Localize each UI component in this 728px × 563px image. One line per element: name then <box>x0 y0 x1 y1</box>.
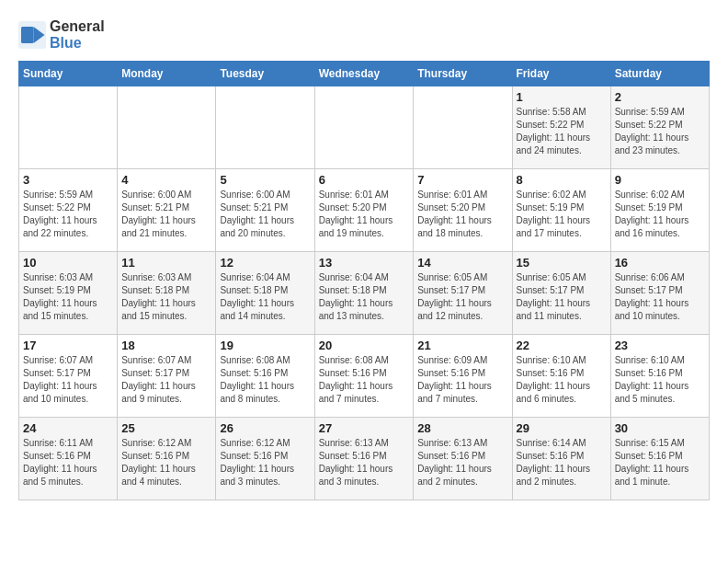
day-number: 4 <box>121 173 211 187</box>
calendar-cell: 11Sunrise: 6:03 AM Sunset: 5:18 PM Dayli… <box>118 252 216 335</box>
day-info: Sunrise: 6:01 AM Sunset: 5:20 PM Dayligh… <box>319 189 410 240</box>
day-number: 10 <box>23 256 113 270</box>
day-info: Sunrise: 6:05 AM Sunset: 5:17 PM Dayligh… <box>517 271 607 323</box>
calendar-cell: 16Sunrise: 6:06 AM Sunset: 5:17 PM Dayli… <box>610 252 709 335</box>
calendar-cell: 26Sunrise: 6:12 AM Sunset: 5:16 PM Dayli… <box>216 418 314 500</box>
day-info: Sunrise: 6:03 AM Sunset: 5:19 PM Dayligh… <box>23 271 113 323</box>
day-number: 8 <box>517 173 607 187</box>
weekday-header-saturday: Saturday <box>610 62 709 86</box>
weekday-header-friday: Friday <box>512 62 610 86</box>
page-header: General Blue <box>18 18 710 52</box>
day-info: Sunrise: 6:15 AM Sunset: 5:16 PM Dayligh… <box>615 437 705 488</box>
day-number: 28 <box>417 421 507 435</box>
day-number: 1 <box>517 90 607 104</box>
day-number: 23 <box>615 339 705 352</box>
day-number: 19 <box>220 339 310 352</box>
calendar-cell: 14Sunrise: 6:05 AM Sunset: 5:17 PM Dayli… <box>414 252 512 335</box>
day-number: 2 <box>615 90 705 104</box>
day-info: Sunrise: 6:12 AM Sunset: 5:16 PM Dayligh… <box>121 437 211 488</box>
weekday-header-sunday: Sunday <box>19 62 118 86</box>
day-number: 12 <box>220 256 310 270</box>
calendar-cell <box>314 86 414 169</box>
day-info: Sunrise: 6:07 AM Sunset: 5:17 PM Dayligh… <box>23 354 113 406</box>
calendar-cell: 5Sunrise: 6:00 AM Sunset: 5:21 PM Daylig… <box>216 169 314 252</box>
calendar-cell: 27Sunrise: 6:13 AM Sunset: 5:16 PM Dayli… <box>314 418 414 500</box>
day-info: Sunrise: 6:10 AM Sunset: 5:16 PM Dayligh… <box>517 354 607 406</box>
weekday-header-tuesday: Tuesday <box>216 62 314 86</box>
day-info: Sunrise: 6:08 AM Sunset: 5:16 PM Dayligh… <box>220 354 310 406</box>
day-info: Sunrise: 6:07 AM Sunset: 5:17 PM Dayligh… <box>121 354 211 406</box>
calendar-cell: 4Sunrise: 6:00 AM Sunset: 5:21 PM Daylig… <box>118 169 216 252</box>
calendar-cell: 8Sunrise: 6:02 AM Sunset: 5:19 PM Daylig… <box>512 169 610 252</box>
calendar-cell: 21Sunrise: 6:09 AM Sunset: 5:16 PM Dayli… <box>414 335 512 418</box>
calendar-cell: 9Sunrise: 6:02 AM Sunset: 5:19 PM Daylig… <box>610 169 709 252</box>
calendar-cell: 15Sunrise: 6:05 AM Sunset: 5:17 PM Dayli… <box>512 252 610 335</box>
week-row-3: 10Sunrise: 6:03 AM Sunset: 5:19 PM Dayli… <box>19 252 710 335</box>
day-info: Sunrise: 6:04 AM Sunset: 5:18 PM Dayligh… <box>319 271 410 323</box>
calendar-cell: 23Sunrise: 6:10 AM Sunset: 5:16 PM Dayli… <box>610 335 709 418</box>
calendar-cell: 28Sunrise: 6:13 AM Sunset: 5:16 PM Dayli… <box>414 418 512 500</box>
day-info: Sunrise: 6:11 AM Sunset: 5:16 PM Dayligh… <box>23 437 113 488</box>
day-info: Sunrise: 6:03 AM Sunset: 5:18 PM Dayligh… <box>121 271 211 323</box>
day-info: Sunrise: 6:13 AM Sunset: 5:16 PM Dayligh… <box>417 437 507 488</box>
day-number: 9 <box>615 173 705 187</box>
calendar-cell: 24Sunrise: 6:11 AM Sunset: 5:16 PM Dayli… <box>19 418 118 500</box>
calendar-cell: 30Sunrise: 6:15 AM Sunset: 5:16 PM Dayli… <box>610 418 709 500</box>
day-number: 6 <box>319 173 410 187</box>
calendar-cell: 7Sunrise: 6:01 AM Sunset: 5:20 PM Daylig… <box>414 169 512 252</box>
weekday-header-row: SundayMondayTuesdayWednesdayThursdayFrid… <box>19 62 710 86</box>
calendar-table: SundayMondayTuesdayWednesdayThursdayFrid… <box>18 61 710 500</box>
day-info: Sunrise: 6:02 AM Sunset: 5:19 PM Dayligh… <box>615 189 705 240</box>
logo: General Blue <box>18 18 105 52</box>
day-number: 29 <box>517 421 607 435</box>
calendar-cell: 22Sunrise: 6:10 AM Sunset: 5:16 PM Dayli… <box>512 335 610 418</box>
day-info: Sunrise: 6:04 AM Sunset: 5:18 PM Dayligh… <box>220 271 310 323</box>
day-number: 16 <box>615 256 705 270</box>
day-info: Sunrise: 6:12 AM Sunset: 5:16 PM Dayligh… <box>220 437 310 488</box>
day-info: Sunrise: 6:10 AM Sunset: 5:16 PM Dayligh… <box>615 354 705 406</box>
week-row-2: 3Sunrise: 5:59 AM Sunset: 5:22 PM Daylig… <box>19 169 710 252</box>
day-info: Sunrise: 5:59 AM Sunset: 5:22 PM Dayligh… <box>615 106 705 157</box>
day-number: 20 <box>319 339 410 352</box>
day-number: 7 <box>417 173 507 187</box>
day-number: 30 <box>615 421 705 435</box>
day-number: 3 <box>23 173 113 187</box>
calendar-cell: 19Sunrise: 6:08 AM Sunset: 5:16 PM Dayli… <box>216 335 314 418</box>
day-info: Sunrise: 5:58 AM Sunset: 5:22 PM Dayligh… <box>517 106 607 157</box>
calendar-cell: 6Sunrise: 6:01 AM Sunset: 5:20 PM Daylig… <box>314 169 414 252</box>
calendar-cell: 25Sunrise: 6:12 AM Sunset: 5:16 PM Dayli… <box>118 418 216 500</box>
calendar-cell <box>216 86 314 169</box>
day-number: 21 <box>417 339 507 352</box>
day-info: Sunrise: 6:14 AM Sunset: 5:16 PM Dayligh… <box>517 437 607 488</box>
week-row-1: 1Sunrise: 5:58 AM Sunset: 5:22 PM Daylig… <box>19 86 710 169</box>
day-number: 22 <box>517 339 607 352</box>
day-number: 17 <box>23 339 113 352</box>
calendar-cell: 29Sunrise: 6:14 AM Sunset: 5:16 PM Dayli… <box>512 418 610 500</box>
calendar-cell: 20Sunrise: 6:08 AM Sunset: 5:16 PM Dayli… <box>314 335 414 418</box>
calendar-cell: 2Sunrise: 5:59 AM Sunset: 5:22 PM Daylig… <box>610 86 709 169</box>
day-info: Sunrise: 6:08 AM Sunset: 5:16 PM Dayligh… <box>319 354 410 406</box>
day-info: Sunrise: 6:06 AM Sunset: 5:17 PM Dayligh… <box>615 271 705 323</box>
day-number: 13 <box>319 256 410 270</box>
calendar-cell: 12Sunrise: 6:04 AM Sunset: 5:18 PM Dayli… <box>216 252 314 335</box>
day-number: 5 <box>220 173 310 187</box>
week-row-4: 17Sunrise: 6:07 AM Sunset: 5:17 PM Dayli… <box>19 335 710 418</box>
day-number: 25 <box>121 421 211 435</box>
day-info: Sunrise: 6:13 AM Sunset: 5:16 PM Dayligh… <box>319 437 410 488</box>
calendar-cell <box>414 86 512 169</box>
calendar-cell: 10Sunrise: 6:03 AM Sunset: 5:19 PM Dayli… <box>19 252 118 335</box>
day-info: Sunrise: 6:02 AM Sunset: 5:19 PM Dayligh… <box>517 189 607 240</box>
day-info: Sunrise: 6:09 AM Sunset: 5:16 PM Dayligh… <box>417 354 507 406</box>
weekday-header-wednesday: Wednesday <box>314 62 414 86</box>
day-number: 27 <box>319 421 410 435</box>
calendar-cell <box>19 86 118 169</box>
weekday-header-monday: Monday <box>118 62 216 86</box>
week-row-5: 24Sunrise: 6:11 AM Sunset: 5:16 PM Dayli… <box>19 418 710 500</box>
day-number: 15 <box>517 256 607 270</box>
logo-icon <box>18 21 46 49</box>
calendar-cell: 18Sunrise: 6:07 AM Sunset: 5:17 PM Dayli… <box>118 335 216 418</box>
calendar-cell: 13Sunrise: 6:04 AM Sunset: 5:18 PM Dayli… <box>314 252 414 335</box>
day-number: 26 <box>220 421 310 435</box>
day-info: Sunrise: 6:01 AM Sunset: 5:20 PM Dayligh… <box>417 189 507 240</box>
day-number: 14 <box>417 256 507 270</box>
